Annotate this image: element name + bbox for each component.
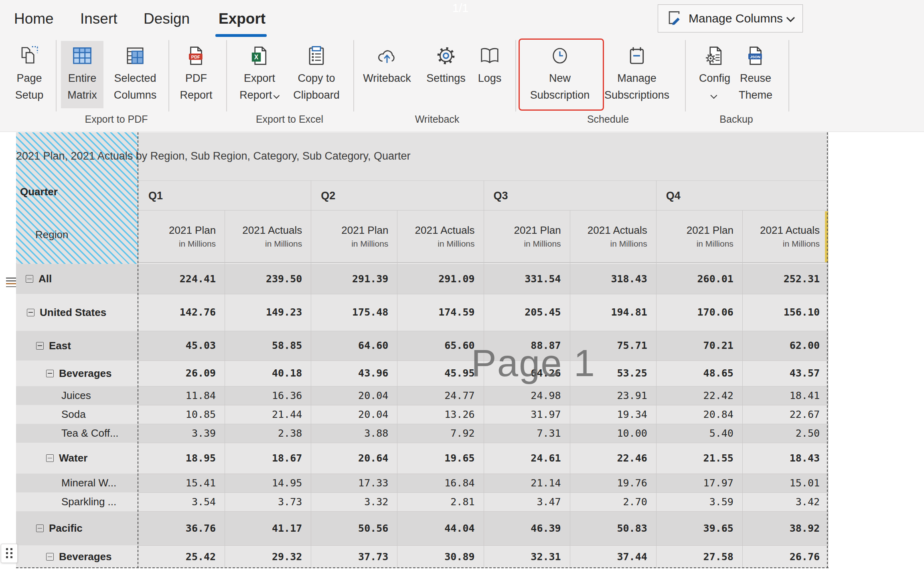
value-cell[interactable]: 5.40: [656, 424, 734, 443]
measure-header-actuals[interactable]: 2021 Actualsin Millions: [397, 211, 474, 263]
value-cell[interactable]: 43.57: [742, 360, 820, 386]
value-cell[interactable]: 18.67: [225, 443, 302, 474]
value-cell[interactable]: 14.95: [225, 474, 302, 492]
manage-columns-button[interactable]: Manage Columns: [658, 4, 803, 32]
pdf-report-button[interactable]: PDF PDF Report: [161, 42, 231, 108]
value-cell[interactable]: 252.31: [742, 264, 820, 294]
matrix-right-border-dashed[interactable]: [827, 132, 828, 568]
value-cell[interactable]: 20.04: [311, 405, 388, 424]
value-cell[interactable]: 26.09: [138, 360, 216, 386]
value-cell[interactable]: 17.97: [656, 474, 734, 492]
value-cell[interactable]: 18.41: [742, 386, 820, 405]
value-cell[interactable]: 24.98: [484, 386, 561, 405]
value-cell[interactable]: 10.00: [570, 424, 647, 443]
value-cell[interactable]: 62.00: [742, 331, 820, 360]
row-label-water[interactable]: Water: [46, 443, 87, 474]
value-cell[interactable]: 22.67: [742, 405, 820, 424]
value-cell[interactable]: 331.54: [484, 264, 561, 294]
value-cell[interactable]: 15.41: [138, 474, 216, 492]
measure-header-actuals[interactable]: 2021 Actualsin Millions: [742, 211, 820, 263]
value-cell[interactable]: 40.18: [225, 360, 302, 386]
measure-header-actuals[interactable]: 2021 Actualsin Millions: [225, 211, 302, 263]
value-cell[interactable]: 36.76: [138, 511, 216, 545]
collapse-icon[interactable]: [26, 275, 33, 283]
collapse-icon[interactable]: [36, 524, 44, 532]
value-cell[interactable]: 3.54: [138, 492, 216, 511]
value-cell[interactable]: 21.55: [656, 443, 734, 474]
value-cell[interactable]: 38.92: [742, 511, 820, 545]
value-cell[interactable]: 224.41: [138, 264, 216, 294]
row-label-all[interactable]: All: [26, 264, 52, 294]
value-cell[interactable]: 23.91: [570, 386, 647, 405]
row-label-east[interactable]: East: [36, 331, 71, 360]
reuse-theme-button[interactable]: JSON Reuse Theme: [732, 42, 780, 108]
measure-header-plan[interactable]: 2021 Planin Millions: [311, 211, 388, 263]
tab-home[interactable]: Home: [14, 10, 54, 27]
value-cell[interactable]: 194.81: [570, 294, 647, 331]
value-cell[interactable]: 20.04: [311, 386, 388, 405]
collapse-icon[interactable]: [46, 553, 54, 561]
value-cell[interactable]: 53.25: [570, 360, 647, 386]
quarter-header-q3[interactable]: Q3: [484, 181, 656, 211]
value-cell[interactable]: 3.32: [311, 492, 388, 511]
value-cell[interactable]: 18.43: [742, 443, 820, 474]
logs-button[interactable]: Logs: [454, 42, 525, 108]
value-cell[interactable]: 7.92: [397, 424, 474, 443]
value-cell[interactable]: 149.23: [225, 294, 302, 331]
value-cell[interactable]: 43.96: [311, 360, 388, 386]
value-cell[interactable]: 20.84: [656, 405, 734, 424]
manage-subscriptions-button[interactable]: Manage Subscriptions: [597, 42, 677, 108]
measure-header-plan[interactable]: 2021 Planin Millions: [656, 211, 734, 263]
tab-export[interactable]: Export: [219, 10, 265, 27]
value-cell[interactable]: 260.01: [656, 264, 734, 294]
value-cell[interactable]: 156.10: [742, 294, 820, 331]
value-cell[interactable]: 30.89: [397, 545, 474, 568]
value-cell[interactable]: 22.42: [656, 386, 734, 405]
value-cell[interactable]: 19.76: [570, 474, 647, 492]
value-cell[interactable]: 58.85: [225, 331, 302, 360]
quarter-header-q2[interactable]: Q2: [311, 181, 483, 211]
value-cell[interactable]: 50.56: [311, 511, 388, 545]
value-cell[interactable]: 174.59: [397, 294, 474, 331]
value-cell[interactable]: 88.87: [484, 331, 561, 360]
value-cell[interactable]: 3.59: [656, 492, 734, 511]
value-cell[interactable]: 21.44: [225, 405, 302, 424]
value-cell[interactable]: 24.61: [484, 443, 561, 474]
value-cell[interactable]: 205.45: [484, 294, 561, 331]
quarter-header-q1[interactable]: Q1: [138, 181, 311, 211]
value-cell[interactable]: 3.42: [742, 492, 820, 511]
row-label-soda[interactable]: Soda: [61, 405, 86, 424]
value-cell[interactable]: 70.21: [656, 331, 734, 360]
selected-columns-button[interactable]: Selected Columns: [100, 42, 170, 108]
value-cell[interactable]: 32.31: [484, 545, 561, 568]
value-cell[interactable]: 3.39: [138, 424, 216, 443]
row-label-pacific[interactable]: Pacific: [36, 511, 83, 545]
value-cell[interactable]: 17.33: [311, 474, 388, 492]
value-cell[interactable]: 318.43: [570, 264, 647, 294]
value-cell[interactable]: 142.76: [138, 294, 216, 331]
value-cell[interactable]: 21.14: [484, 474, 561, 492]
value-cell[interactable]: 65.60: [397, 331, 474, 360]
value-cell[interactable]: 19.34: [570, 405, 647, 424]
value-cell[interactable]: 3.73: [225, 492, 302, 511]
value-cell[interactable]: 25.42: [138, 545, 216, 568]
measure-header-plan[interactable]: 2021 Planin Millions: [138, 211, 216, 263]
value-cell[interactable]: 64.60: [311, 331, 388, 360]
new-subscription-button[interactable]: New Subscription: [525, 42, 595, 108]
value-cell[interactable]: 48.65: [656, 360, 734, 386]
value-cell[interactable]: 2.50: [742, 424, 820, 443]
value-cell[interactable]: 37.44: [570, 545, 647, 568]
row-options-icon[interactable]: [6, 277, 16, 288]
value-cell[interactable]: 16.84: [397, 474, 474, 492]
row-label-united-states[interactable]: United States: [27, 294, 106, 331]
value-cell[interactable]: 15.01: [742, 474, 820, 492]
value-cell[interactable]: 291.39: [311, 264, 388, 294]
value-cell[interactable]: 20.64: [311, 443, 388, 474]
value-cell[interactable]: 19.65: [397, 443, 474, 474]
value-cell[interactable]: 10.85: [138, 405, 216, 424]
value-cell[interactable]: 29.32: [225, 545, 302, 568]
copy-to-clipboard-button[interactable]: Copy to Clipboard: [281, 42, 352, 108]
row-label-beverages[interactable]: Beverages: [46, 545, 112, 568]
collapse-icon[interactable]: [27, 309, 34, 316]
value-cell[interactable]: 16.36: [225, 386, 302, 405]
